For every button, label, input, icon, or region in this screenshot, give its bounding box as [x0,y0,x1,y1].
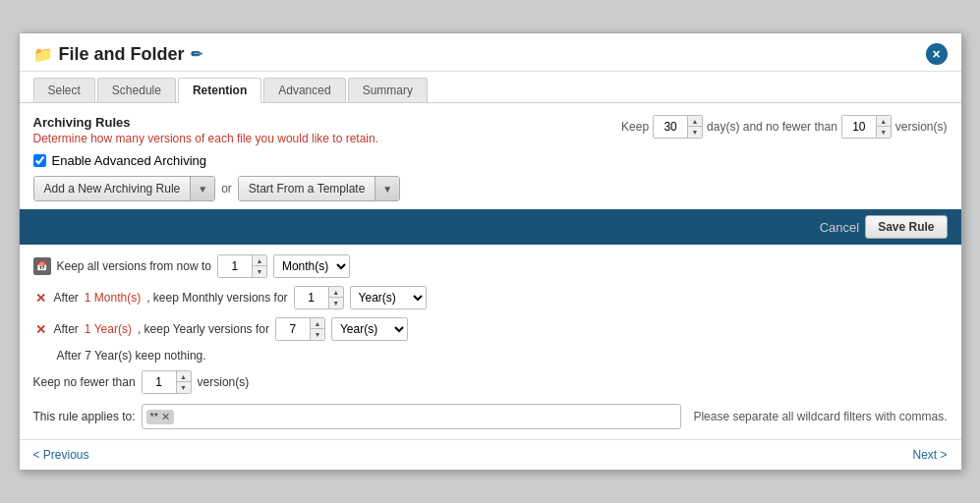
close-button[interactable]: × [926,43,948,65]
rule2-arrows: ▲ ▼ [328,287,343,308]
main-dialog: 📁 File and Folder ✏ × Select Schedule Re… [19,32,962,471]
tag-text: ** [150,411,159,422]
add-rule-dropdown: Add a New Archiving Rule ▼ [33,176,216,201]
next-button[interactable]: Next > [912,448,947,462]
applies-row: This rule applies to: ** ✕ Please separa… [33,404,948,429]
keep-fewer-input[interactable] [143,371,176,393]
rule2-text-before: After [54,291,79,305]
keep-versions-field: ▲ ▼ [841,115,892,139]
rule2-value-field: ▲ ▼ [294,286,344,309]
rule1-unit-select[interactable]: Month(s) Year(s) Day(s) [273,254,350,278]
keep-versions-unit: version(s) [895,120,948,134]
save-rule-button[interactable]: Save Rule [865,215,947,239]
previous-button[interactable]: < Previous [33,448,89,462]
keep-days-down[interactable]: ▼ [688,127,702,138]
tab-advanced[interactable]: Advanced [263,78,345,102]
rule-row-3: ✕ After 1 Year(s) , keep Yearly versions… [33,317,948,341]
rule1-value-field: ▲ ▼ [217,254,267,278]
rule2-text-mid: , keep Monthly versions for [146,291,287,305]
tab-schedule[interactable]: Schedule [97,78,176,102]
rule3-down[interactable]: ▼ [311,329,324,340]
keep-fewer-arrows: ▲ ▼ [176,371,191,393]
keep-versions-down[interactable]: ▼ [877,127,891,138]
or-text: or [221,182,232,196]
title-text: File and Folder [59,44,185,65]
rule1-text-before: Keep all versions from now to [57,259,211,273]
rule3-highlight1: 1 Year(s) [85,322,132,336]
start-template-button[interactable]: Start From a Template [239,177,375,200]
rule3-arrows: ▲ ▼ [310,318,324,340]
keep-fewer-label: Keep no fewer than [33,375,136,389]
keep-fewer-field: ▲ ▼ [142,370,192,394]
rule3-value-input[interactable] [276,318,310,340]
rule2-up[interactable]: ▲ [329,287,343,298]
tab-summary[interactable]: Summary [348,78,428,102]
keep-versions-input[interactable] [842,116,876,138]
rule1-down[interactable]: ▼ [253,266,266,277]
applies-tag: ** ✕ [146,410,175,424]
keep-days-field: ▲ ▼ [653,115,703,139]
keep-days-up[interactable]: ▲ [688,116,702,127]
rule2-highlight1: 1 Month(s) [85,291,141,305]
enable-row: Enable Advanced Archiving [33,153,948,168]
rule3-text-mid: , keep Yearly versions for [138,322,269,336]
rule3-up[interactable]: ▲ [311,318,324,329]
applies-hint: Please separate all wildcard filters wit… [693,410,947,423]
keep-fewer-row: Keep no fewer than ▲ ▼ version(s) [33,370,948,394]
content-area: Archiving Rules Determine how many versi… [20,103,961,209]
rule3-unit-select[interactable]: Year(s) Month(s) Day(s) [331,317,408,341]
archiving-rules-header: Archiving Rules Determine how many versi… [33,115,948,145]
rules-body: 📅 Keep all versions from now to ▲ ▼ Mont… [20,245,961,439]
dialog-header: 📁 File and Folder ✏ × [20,33,961,72]
edit-icon[interactable]: ✏ [191,46,202,62]
rule1-up[interactable]: ▲ [253,255,266,266]
action-row: Add a New Archiving Rule ▼ or Start From… [33,176,948,201]
cancel-button[interactable]: Cancel [820,220,859,235]
tab-bar: Select Schedule Retention Advanced Summa… [20,72,961,102]
rule1-arrows: ▲ ▼ [252,255,266,277]
rule3-text-before: After [54,322,79,336]
dialog-footer: < Previous Next > [20,439,961,470]
keep-label: Keep [621,120,649,134]
add-rule-button[interactable]: Add a New Archiving Rule [34,177,191,200]
keep-versions-arrows: ▲ ▼ [876,116,891,138]
enable-advanced-checkbox[interactable] [33,154,46,167]
rule1-value-input[interactable] [218,255,252,277]
applies-to-input-wrap[interactable]: ** ✕ [142,404,682,429]
keep-fewer-down[interactable]: ▼ [177,382,191,393]
tab-retention[interactable]: Retention [178,78,261,103]
enable-advanced-label: Enable Advanced Archiving [52,153,207,168]
rules-subtitle: Determine how many versions of each file… [33,132,379,145]
blue-bar: Cancel Save Rule [20,209,961,245]
after-text: After 7 Year(s) keep nothing. [33,349,948,363]
applies-to-label: This rule applies to: [33,410,136,423]
start-template-arrow[interactable]: ▼ [375,177,399,200]
keep-fewer-unit: version(s) [198,375,250,389]
keep-fewer-up[interactable]: ▲ [177,371,191,382]
keep-days-arrows: ▲ ▼ [687,116,702,138]
rule-icon-1: 📅 [33,257,51,275]
rules-title: Archiving Rules [33,115,379,130]
rule-row-1: 📅 Keep all versions from now to ▲ ▼ Mont… [33,254,948,278]
keep-days-unit: day(s) and no fewer than [707,120,837,134]
keep-versions-up[interactable]: ▲ [877,116,891,127]
rule3-remove-button[interactable]: ✕ [33,322,48,337]
rule-row-2: ✕ After 1 Month(s) , keep Monthly versio… [33,286,948,309]
add-rule-arrow[interactable]: ▼ [190,177,214,200]
rule3-value-field: ▲ ▼ [275,317,325,341]
rule2-remove-button[interactable]: ✕ [33,291,48,306]
tab-select[interactable]: Select [33,78,95,102]
dialog-title: 📁 File and Folder ✏ [33,44,202,65]
rule2-down[interactable]: ▼ [329,298,343,308]
folder-icon: 📁 [33,45,53,64]
start-template-dropdown: Start From a Template ▼ [238,176,400,201]
keep-days-input[interactable] [654,116,687,138]
tag-remove-button[interactable]: ✕ [161,411,170,423]
keep-controls: Keep ▲ ▼ day(s) and no fewer than ▲ ▼ [621,115,947,139]
rule2-value-input[interactable] [295,287,328,308]
rule2-unit-select[interactable]: Year(s) Month(s) Day(s) [350,286,427,309]
rules-left: Archiving Rules Determine how many versi… [33,115,379,145]
